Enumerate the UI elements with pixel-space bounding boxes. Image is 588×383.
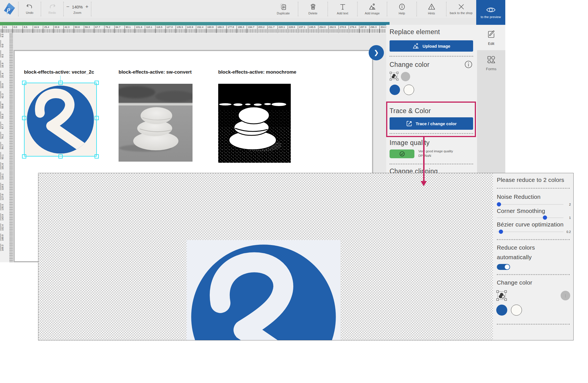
add-text-button[interactable]: Add text bbox=[328, 0, 357, 18]
toolbar-left-group: Undo Redo − 140% + Zoom bbox=[19, 0, 91, 18]
logo-icon: ρ bbox=[2, 2, 16, 16]
trace-color-heading: Trace & Color bbox=[390, 107, 431, 115]
blue-color-swatch[interactable] bbox=[496, 305, 507, 316]
upload-image-button[interactable]: Upload Image bbox=[390, 40, 473, 52]
page-tabs-bar bbox=[0, 22, 390, 25]
chevron-right-icon: ❯ bbox=[374, 49, 379, 56]
ruler-number: 93.1 bbox=[1, 152, 4, 159]
ruler-number: 0.0 bbox=[1, 40, 4, 47]
zoom-out-button[interactable]: − bbox=[66, 4, 69, 10]
reduce-colors-toggle[interactable] bbox=[497, 264, 510, 270]
delete-button[interactable]: Delete bbox=[298, 0, 327, 18]
help-button[interactable]: Help bbox=[387, 0, 416, 18]
duplicate-icon bbox=[280, 3, 287, 10]
horizontal-ruler: 8.50.08.516.925.433.942.350.859.367.776.… bbox=[0, 25, 390, 33]
pipe-glyph: | bbox=[565, 294, 566, 298]
add-image-label: Add image bbox=[365, 12, 380, 15]
hints-label: Hints bbox=[428, 12, 435, 15]
rotation-handle-line[interactable] bbox=[60, 76, 61, 83]
blue-color-swatch[interactable] bbox=[390, 85, 400, 95]
ruler-number: 84.7 bbox=[1, 142, 4, 149]
ruler-number: 42.3 bbox=[1, 91, 4, 98]
duplicate-label: Duplicate bbox=[277, 12, 290, 15]
corner-smoothing-slider[interactable] bbox=[497, 215, 563, 220]
info-icon bbox=[465, 61, 472, 68]
ruler-number: 8.5 bbox=[1, 50, 4, 58]
eye-icon bbox=[486, 6, 496, 14]
noise-reduction-value: 2 bbox=[564, 203, 571, 206]
ruler-number: 33.9 bbox=[1, 81, 4, 88]
hints-icon bbox=[428, 3, 436, 10]
quality-text-line2: DPI NaN bbox=[418, 153, 453, 158]
canvas-image-vector-2c[interactable] bbox=[24, 83, 97, 157]
ruler-number: 8.5 bbox=[1, 33, 4, 37]
ruler-number: 110.1 bbox=[1, 172, 4, 180]
logo-2-graphic-large bbox=[187, 240, 340, 340]
canvas-image-monochrome[interactable] bbox=[218, 84, 291, 163]
slider-track[interactable] bbox=[497, 217, 563, 218]
close-icon bbox=[458, 3, 465, 10]
hints-button[interactable]: Hints bbox=[417, 0, 446, 18]
popup-divider bbox=[497, 274, 570, 275]
noise-reduction-slider[interactable] bbox=[497, 202, 563, 206]
top-toolbar: ρ Undo Redo − 140% bbox=[0, 0, 505, 18]
info-button[interactable] bbox=[465, 61, 472, 69]
slider-track[interactable] bbox=[497, 204, 563, 205]
panel-collapse-button[interactable]: ❯ bbox=[369, 45, 384, 60]
reduce-colors-line1: Reduce colors bbox=[497, 244, 535, 251]
popup-divider bbox=[497, 239, 570, 240]
panel-divider bbox=[390, 56, 473, 57]
noise-reduction-label: Noise Reduction bbox=[497, 193, 541, 200]
bezier-optimization-slider[interactable] bbox=[497, 230, 563, 234]
delete-label: Delete bbox=[309, 12, 318, 15]
back-to-shop-button[interactable]: back to the shop bbox=[447, 0, 476, 18]
screenshot-root: ρ Undo Redo − 140% bbox=[0, 0, 588, 383]
undo-button[interactable]: Undo bbox=[19, 0, 41, 18]
to-preview-button[interactable]: to the preview bbox=[476, 0, 505, 25]
canvas-image-sw-convert[interactable] bbox=[119, 84, 193, 162]
slider-thumb[interactable] bbox=[499, 230, 503, 234]
ruler-number: 50.8 bbox=[1, 101, 4, 109]
vertical-ruler: 8.50.08.516.925.433.942.350.859.367.776.… bbox=[0, 33, 13, 262]
trace-change-color-button[interactable]: Trace / change color bbox=[390, 117, 473, 130]
slider-track[interactable] bbox=[497, 232, 563, 232]
color-group-icon[interactable] bbox=[496, 290, 507, 301]
add-text-label: Add text bbox=[337, 12, 348, 15]
toolbar-separator bbox=[91, 2, 91, 16]
ruler-number: 16.9 bbox=[1, 60, 4, 68]
disabled-next-color-button[interactable]: | bbox=[561, 291, 570, 300]
canvas-item-label: block-effects-active: monochrome bbox=[218, 69, 296, 75]
trace-change-color-label: Trace / change color bbox=[416, 121, 456, 126]
color-group-icon[interactable] bbox=[390, 71, 399, 81]
panel-divider bbox=[390, 164, 473, 164]
duplicate-button[interactable]: Duplicate bbox=[269, 0, 298, 18]
ruler-number: 76.2 bbox=[1, 132, 4, 139]
upload-image-label: Upload Image bbox=[423, 44, 450, 49]
tab-forms-label: Forms bbox=[486, 67, 497, 71]
ruler-ticks bbox=[0, 29, 390, 33]
tab-edit[interactable]: Edit bbox=[477, 25, 505, 50]
trace-icon bbox=[406, 120, 413, 127]
stones-mono-graphic bbox=[218, 84, 291, 163]
check-circle-icon bbox=[399, 151, 405, 157]
ruler-number: 25.4 bbox=[1, 71, 4, 78]
add-image-button[interactable]: Add image bbox=[358, 0, 387, 18]
quality-badge bbox=[390, 149, 414, 158]
white-color-swatch[interactable] bbox=[404, 85, 414, 95]
popup-divider bbox=[497, 324, 570, 325]
logo-2-graphic bbox=[24, 83, 97, 157]
gray-color-swatch[interactable] bbox=[401, 72, 410, 81]
slider-thumb[interactable] bbox=[497, 202, 501, 206]
white-color-swatch[interactable] bbox=[511, 305, 522, 316]
slider-thumb[interactable] bbox=[543, 215, 547, 220]
zoom-value: 140% bbox=[72, 5, 83, 9]
redo-button[interactable]: Redo bbox=[41, 0, 63, 18]
trace-preview-image bbox=[187, 240, 340, 340]
trace-settings-panel: Please reduce to 2 colors Noise Reductio… bbox=[493, 173, 574, 340]
replace-element-heading: Replace element bbox=[390, 28, 440, 36]
zoom-in-button[interactable]: + bbox=[85, 4, 88, 10]
redo-icon bbox=[49, 4, 56, 10]
tab-forms[interactable]: Forms bbox=[477, 50, 505, 76]
printess-logo: ρ bbox=[0, 0, 18, 18]
upload-image-icon bbox=[412, 43, 420, 49]
